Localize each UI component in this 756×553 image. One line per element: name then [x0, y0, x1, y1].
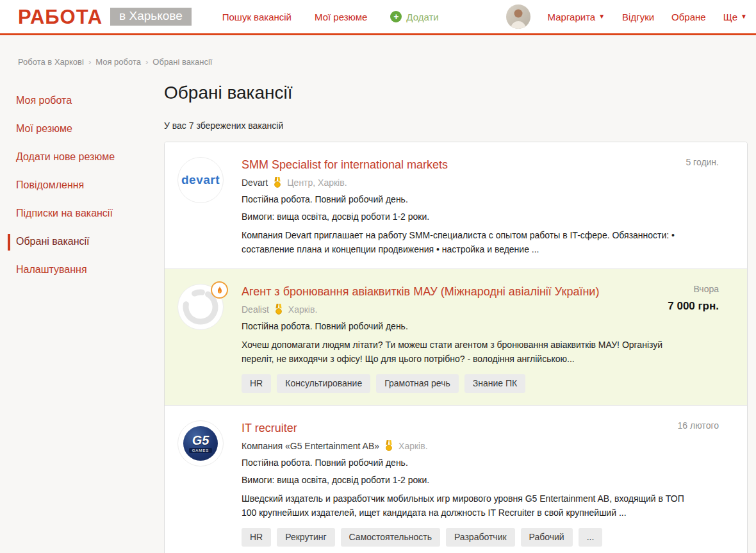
company-logo: [177, 284, 242, 393]
chevron-down-icon: ▼: [741, 13, 747, 20]
vacancy-title[interactable]: Агент з бронювання авіаквитків МАУ (Міжн…: [242, 284, 693, 299]
vacancy-card[interactable]: Агент з бронювання авіаквитків МАУ (Міжн…: [165, 268, 747, 405]
vacancy-tag[interactable]: Рабочий: [521, 528, 573, 547]
breadcrumb-current: Обрані вакансії: [152, 57, 212, 67]
saved-count-text: У вас 7 збережених вакансій: [164, 120, 748, 131]
breadcrumb: Робота в Харкові › Моя робота › Обрані в…: [18, 57, 756, 67]
vacancy-card[interactable]: devart SMM Specialist for international …: [165, 142, 747, 268]
user-name: Маргарита: [548, 12, 596, 22]
nav-more-label: Ще: [723, 12, 737, 22]
sidebar-item-1[interactable]: Моя робота: [16, 94, 164, 107]
avatar[interactable]: [506, 4, 530, 29]
employment-type: Постійна робота. Повний робочий день.: [242, 194, 693, 205]
sidebar-item-3[interactable]: Додати нове резюме: [16, 151, 164, 163]
vacancy-description: Хочеш допомагати людям літати? Ти можеш …: [242, 338, 693, 366]
avatar-image: [506, 4, 530, 29]
company-name[interactable]: Компания «G5 Entertainment AB»: [242, 441, 379, 451]
company-logo: G5 GAMES: [177, 420, 242, 547]
sidebar-item-2[interactable]: Мої резюме: [16, 122, 164, 135]
nav-search-vacancies[interactable]: Пошук вакансій: [222, 12, 292, 22]
vacancy-tag[interactable]: Рекрутинг: [277, 528, 334, 547]
employment-type: Постійна робота. Повний робочий день.: [242, 457, 693, 468]
vacancy-title[interactable]: IT recruiter: [242, 420, 693, 436]
vacancy-location: Харків.: [288, 304, 317, 315]
vacancy-salary: 7 000 грн.: [668, 300, 719, 313]
vacancy-tag[interactable]: Самостоятельность: [341, 528, 440, 547]
top-header: РАБОТА в Харькове Пошук вакансій Мої рез…: [0, 0, 756, 35]
sidebar-item-6[interactable]: Обрані вакансії: [16, 235, 164, 248]
header-right: Маргарита ▼ Відгуки Обране Ще ▼: [506, 4, 747, 29]
sidebar-item-5[interactable]: Підписки на вакансії: [16, 207, 164, 220]
vacancy-requirements: Вимоги: вища освіта, досвід роботи 1-2 р…: [242, 474, 693, 486]
company-logo: devart: [177, 157, 242, 256]
add-button-label: Додати: [406, 12, 438, 22]
logo-wordmark: РАБОТА: [18, 7, 103, 27]
user-menu[interactable]: Маргарита ▼: [548, 12, 605, 22]
main-content: Обрані вакансії У вас 7 збережених вакан…: [164, 83, 756, 553]
page-title: Обрані вакансії: [164, 83, 748, 103]
breadcrumb-home[interactable]: Робота в Харкові: [18, 57, 84, 67]
vacancy-date: Вчора: [668, 284, 719, 294]
tag-list: HRКонсультированиеГрамотная речьЗнание П…: [242, 374, 693, 393]
vacancy-tag[interactable]: HR: [242, 374, 271, 393]
site-logo[interactable]: РАБОТА в Харькове: [18, 7, 192, 27]
add-button[interactable]: + Додати: [390, 11, 438, 22]
vacancy-title[interactable]: SMM Specialist for international markets: [242, 157, 693, 172]
plus-icon: +: [390, 11, 402, 22]
vacancy-date: 16 лютого: [678, 420, 719, 431]
sidebar-item-4[interactable]: Повідомлення: [16, 179, 164, 192]
medal-icon: [275, 304, 283, 315]
medal-icon: [385, 440, 393, 451]
vacancy-tag[interactable]: HR: [242, 528, 271, 547]
sidebar-item-7[interactable]: Налаштування: [16, 263, 164, 276]
nav-reviews[interactable]: Відгуки: [622, 12, 654, 22]
chevron-down-icon: ▼: [598, 13, 605, 20]
hot-vacancy-icon: [211, 281, 228, 299]
vacancy-tag[interactable]: Разработчик: [446, 528, 515, 547]
vacancy-card[interactable]: G5 GAMES IT recruiter Компания «G5 Enter…: [165, 405, 747, 553]
vacancy-location: Центр, Харків.: [287, 177, 347, 188]
vacancy-list: devart SMM Specialist for international …: [164, 142, 748, 553]
vacancy-tag[interactable]: Грамотная речь: [376, 374, 459, 393]
breadcrumb-my-work[interactable]: Моя робота: [95, 57, 141, 67]
medal-icon: [274, 177, 281, 188]
nav-my-resumes[interactable]: Мої резюме: [315, 12, 367, 22]
nav-favorites[interactable]: Обране: [671, 12, 706, 22]
vacancy-tag[interactable]: ...: [579, 528, 603, 547]
devart-logo: devart: [181, 173, 220, 187]
company-name[interactable]: Dealist: [242, 304, 269, 315]
nav-more[interactable]: Ще ▼: [723, 12, 747, 22]
tag-list: HRРекрутингСамостоятельностьРазработчикР…: [242, 528, 693, 547]
employment-type: Постійна робота. Повний робочий день.: [242, 320, 693, 332]
breadcrumb-separator: ›: [145, 57, 148, 67]
vacancy-requirements: Вимоги: вища освіта, досвід роботи 1-2 р…: [242, 211, 693, 222]
main-nav: Пошук вакансій Мої резюме + Додати: [222, 11, 439, 22]
breadcrumb-separator: ›: [88, 57, 91, 67]
g5-games-logo: G5 GAMES: [183, 426, 218, 461]
vacancy-description: Шведский издатель и разработчик мобильны…: [242, 491, 693, 520]
company-name[interactable]: Devart: [242, 177, 268, 188]
vacancy-tag[interactable]: Знание ПК: [464, 374, 525, 393]
city-badge: в Харькове: [110, 8, 192, 26]
vacancy-description: Компания Devart приглашает на работу SMM…: [242, 228, 693, 256]
vacancy-tag[interactable]: Консультирование: [277, 374, 370, 393]
vacancy-date: 5 годин.: [686, 157, 719, 167]
sidebar-menu: Моя роботаМої резюмеДодати нове резюмеПо…: [0, 83, 164, 553]
vacancy-location: Харків.: [399, 441, 427, 451]
